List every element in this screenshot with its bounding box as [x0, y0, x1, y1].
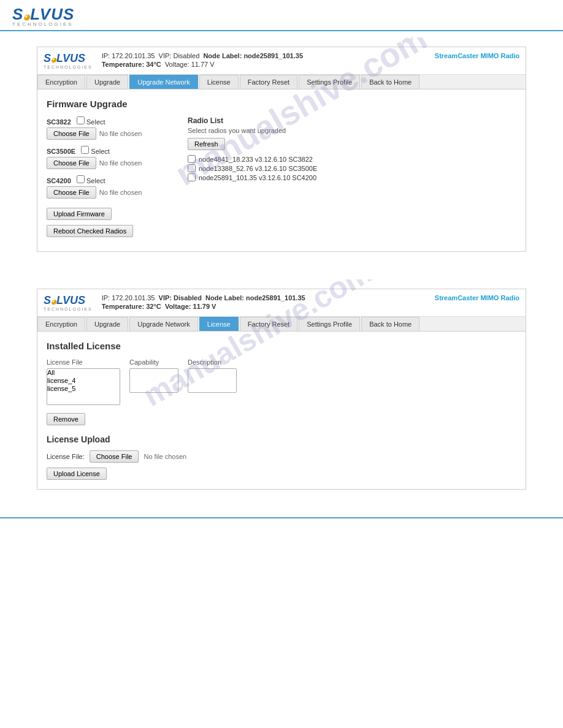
- panel-1-info-top: IP: 172.20.101.35 VIP: Disabled Node Lab…: [102, 52, 303, 59]
- radio-list: Radio List Select radios you want upgrad…: [188, 116, 516, 242]
- license-option-4[interactable]: license_4: [47, 377, 120, 385]
- fw-row-sc4200: SC4200 Select Choose File No file chosen: [47, 175, 169, 199]
- radio-item-2: node25891_101.35 v3.12.6.10 SC4200: [188, 173, 516, 181]
- radio-list-subtitle: Select radios you want upgraded: [188, 127, 516, 134]
- tab2-upgrade[interactable]: Upgrade: [86, 317, 128, 331]
- panel-2-logo: S◕LVUS: [44, 294, 93, 307]
- license-file-label: License File: [47, 358, 120, 366]
- fw-row-sc3500e: SC3500E Select Choose File No file chose…: [47, 146, 169, 169]
- fw-check-sc4200[interactable]: [77, 175, 85, 183]
- top-logo-bar: S◕LVUS TECHNOLOGIES: [0, 0, 563, 31]
- license-file-col: License File All license_4 license_5: [47, 358, 120, 405]
- fw-file-row-sc3500e: Choose File No file chosen: [47, 157, 169, 169]
- panel-2-box: S◕LVUS TECHNOLOGIES IP: 172.20.101.35 VI…: [37, 289, 526, 490]
- license-file-field-label: License File:: [47, 453, 85, 460]
- capability-select[interactable]: [129, 368, 178, 393]
- radio-label-1: node13388_52.76 v3.12.6.10 SC3500E: [199, 165, 317, 172]
- choose-file-sc3822[interactable]: Choose File: [47, 127, 96, 140]
- panel-2-tech: TECHNOLOGIES: [44, 307, 93, 311]
- tab-license[interactable]: License: [199, 75, 239, 89]
- panel-2-header: S◕LVUS TECHNOLOGIES IP: 172.20.101.35 VI…: [37, 289, 526, 317]
- tab2-factory-reset[interactable]: Factory Reset: [240, 317, 297, 331]
- license-upload-title: License Upload: [47, 434, 516, 444]
- fw-label-sc3500e: SC3500E Select: [47, 146, 169, 155]
- panel-2-streamcaster: StreamCaster MIMO Radio: [435, 294, 519, 301]
- upload-firmware-btn[interactable]: Upload Firmware: [47, 208, 112, 220]
- no-file-license: No file chosen: [144, 453, 186, 460]
- panel-2: S◕LVUS TECHNOLOGIES IP: 172.20.101.35 VI…: [37, 279, 526, 499]
- choose-file-sc4200[interactable]: Choose File: [47, 186, 96, 199]
- fw-label-sc4200: SC4200 Select: [47, 175, 169, 184]
- panel-2-logo-area: S◕LVUS TECHNOLOGIES: [44, 294, 93, 311]
- radio-item-0: node4841_18.233 v3.12.6.10 SC3822: [188, 155, 516, 163]
- license-file-row: License File: Choose File No file chosen: [47, 450, 516, 463]
- capability-label: Capability: [129, 358, 178, 366]
- panel-2-info: IP: 172.20.101.35 VIP: Disabled Node Lab…: [102, 294, 305, 310]
- no-file-sc4200: No file chosen: [99, 189, 142, 196]
- tab-upgrade[interactable]: Upgrade: [86, 75, 128, 89]
- fw-file-row-sc3822: Choose File No file chosen: [47, 127, 169, 140]
- radio-check-0[interactable]: [188, 155, 196, 163]
- panel-2-volt: Voltage: 11.79 V: [165, 303, 216, 310]
- panel-1-volt: Voltage: 11.77 V: [165, 61, 215, 68]
- panel-1-node: Node Label: node25891_101.35: [203, 52, 303, 59]
- firmware-layout: SC3822 Select Choose File No file chosen: [47, 116, 516, 242]
- choose-file-sc3500e[interactable]: Choose File: [47, 157, 96, 169]
- radio-label-2: node25891_101.35 v3.12.6.10 SC4200: [199, 174, 316, 181]
- license-option-all[interactable]: All: [47, 369, 120, 377]
- panel-1-ip: IP: 172.20.101.35: [102, 52, 155, 59]
- tab-upgrade-network[interactable]: Upgrade Network: [129, 75, 198, 89]
- remove-btn[interactable]: Remove: [47, 413, 85, 425]
- action-buttons: Upload Firmware Reboot Checked Radios: [47, 208, 169, 237]
- description-select[interactable]: [188, 368, 237, 393]
- no-file-sc3822: No file chosen: [99, 130, 142, 137]
- description-label: Description: [188, 358, 237, 366]
- reboot-btn[interactable]: Reboot Checked Radios: [47, 225, 133, 237]
- panel-2-body: Installed License License File All licen…: [37, 332, 526, 489]
- fw-label-sc3822: SC3822 Select: [47, 116, 169, 126]
- panel-1-streamcaster: StreamCaster MIMO Radio: [435, 52, 519, 59]
- radio-label-0: node4841_18.233 v3.12.6.10 SC3822: [199, 156, 313, 163]
- upload-license-btn[interactable]: Upload License: [47, 468, 107, 480]
- panel-1-temp: Temperature: 34°C: [102, 61, 161, 68]
- tab2-license[interactable]: License: [199, 317, 239, 331]
- tab-settings-profile[interactable]: Settings Profile: [299, 75, 360, 89]
- tab2-encryption[interactable]: Encryption: [37, 317, 85, 331]
- tab2-settings-profile[interactable]: Settings Profile: [299, 317, 360, 331]
- license-cols: License File All license_4 license_5 Cap…: [47, 358, 516, 405]
- tab-back-home[interactable]: Back to Home: [361, 75, 419, 89]
- tab-factory-reset[interactable]: Factory Reset: [240, 75, 297, 89]
- panel-2-node: Node Label: node25891_101.35: [205, 294, 305, 301]
- license-file-select[interactable]: All license_4 license_5: [47, 368, 120, 405]
- panel-1-vip: VIP: Disabled: [159, 52, 200, 59]
- panel-2-info-top: IP: 172.20.101.35 VIP: Disabled Node Lab…: [102, 294, 305, 301]
- panel-2-vip: VIP: Disabled: [159, 294, 202, 301]
- refresh-btn[interactable]: Refresh: [188, 138, 225, 150]
- tab2-back-home[interactable]: Back to Home: [361, 317, 419, 331]
- radio-item-1: node13388_52.76 v3.12.6.10 SC3500E: [188, 164, 516, 172]
- firmware-section-title: Firmware Upgrade: [47, 99, 516, 109]
- main-content: S◕LVUS TECHNOLOGIES IP: 172.20.101.35 VI…: [0, 31, 563, 505]
- bottom-divider: [0, 517, 563, 518]
- tab2-upgrade-network[interactable]: Upgrade Network: [129, 317, 198, 331]
- panel-1: S◕LVUS TECHNOLOGIES IP: 172.20.101.35 VI…: [37, 37, 526, 261]
- fw-file-row-sc4200: Choose File No file chosen: [47, 186, 169, 199]
- tab-encryption[interactable]: Encryption: [37, 75, 85, 89]
- fw-check-sc3500e[interactable]: [81, 146, 89, 154]
- radio-check-1[interactable]: [188, 164, 196, 172]
- fw-row-sc3822: SC3822 Select Choose File No file chosen: [47, 116, 169, 140]
- panel-1-nav: Encryption Upgrade Upgrade Network Licen…: [37, 75, 526, 89]
- installed-license-title: Installed License: [47, 341, 516, 351]
- panel-1-info: IP: 172.20.101.35 VIP: Disabled Node Lab…: [102, 52, 303, 68]
- panel-1-logo: S◕LVUS: [44, 52, 93, 65]
- panel-2-nav: Encryption Upgrade Upgrade Network Licen…: [37, 317, 526, 332]
- fw-check-sc3822[interactable]: [77, 116, 85, 124]
- panel-1-body: Firmware Upgrade SC3822 Select: [37, 89, 526, 251]
- panel-1-logo-area: S◕LVUS TECHNOLOGIES: [44, 52, 93, 69]
- choose-file-license-btn[interactable]: Choose File: [90, 450, 139, 463]
- panel-2-ip: IP: 172.20.101.35: [102, 294, 155, 301]
- top-logo-name: S◕LVUS: [12, 6, 551, 22]
- panel-1-tech: TECHNOLOGIES: [44, 65, 93, 69]
- license-option-5[interactable]: license_5: [47, 385, 120, 393]
- radio-check-2[interactable]: [188, 173, 196, 181]
